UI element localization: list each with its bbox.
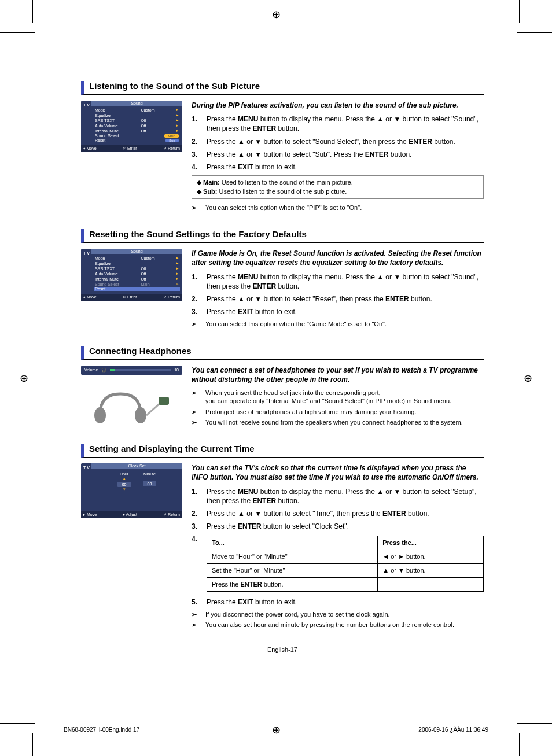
note-s4-1: ➣If you disconnect the power cord, you h… [192,610,484,618]
info-box-main-sub: ◆ Main: Used to listen to the sound of t… [192,175,484,199]
headphone-illustration [81,385,182,427]
footer-timestamp: 2006-09-16 ¿ÀÀü 11:36:49 [418,727,488,733]
intro-s1: During the PIP features activation, you … [192,101,484,110]
heading-reset-sound: Resetting the Sound Settings to the Fact… [81,229,484,243]
press-table: To...Press the... Move to "Hour" or "Min… [207,536,484,591]
heading-sub-picture: Listening to the Sound of the Sub Pictur… [81,81,484,95]
osd-volume-bar: Volume 🎧 10 [81,366,182,375]
section-reset-sound: Resetting the Sound Settings to the Fact… [81,229,484,330]
note-s3-2: ➣Prolonged use of headphones at a high v… [192,408,484,416]
intro-s3: You can connect a set of headphones to y… [192,366,484,384]
note-s3-1: ➣When you insert the head set jack into … [192,389,484,405]
intro-s4: You can set the TV's clock so that the c… [192,463,484,482]
intro-s2: If Game Mode is On, the Reset Sound func… [192,249,484,267]
section-sub-picture: Listening to the Sound of the Sub Pictur… [81,81,484,214]
svg-point-1 [135,407,146,423]
section-headphones: Connecting Headphones Volume 🎧 10 You ca… [81,346,484,429]
headphone-icon: 🎧 [101,368,106,373]
svg-point-0 [94,407,106,423]
footer-filename: BN68-00927H-00Eng.indd 17 [64,727,139,733]
section-clock: Setting and Displaying the Current Time … [81,444,484,631]
osd-thumbnail-sound-1: T V Sound Mode: Custom▸ Equalizer▸ SRS T… [81,101,182,152]
svg-line-2 [146,403,161,415]
heading-headphones: Connecting Headphones [81,346,484,360]
osd-thumbnail-clock: T V Clock Set Hour▴00▾ Minute 00 ▸ Move … [81,463,182,518]
thumb-title: Sound [91,101,182,106]
svg-rect-3 [159,397,169,405]
note-s4-2: ➣You can also set hour and minute by pre… [192,621,484,629]
page-number: English-17 [81,646,484,653]
registration-mark-top: ⊕ [272,8,281,21]
osd-thumbnail-sound-2: T V Sound Mode: Custom▸ Equalizer▸ SRS T… [81,249,182,301]
registration-mark-left: ⊕ [20,372,28,385]
note-s1: ➣You can select this option when the "PI… [192,204,484,212]
registration-mark-right: ⊕ [524,372,532,385]
note-s3-3: ➣You will not receive sound from the spe… [192,418,484,426]
heading-clock: Setting and Displaying the Current Time [81,444,484,458]
note-s2: ➣You can select this option when the "Ga… [192,320,484,328]
